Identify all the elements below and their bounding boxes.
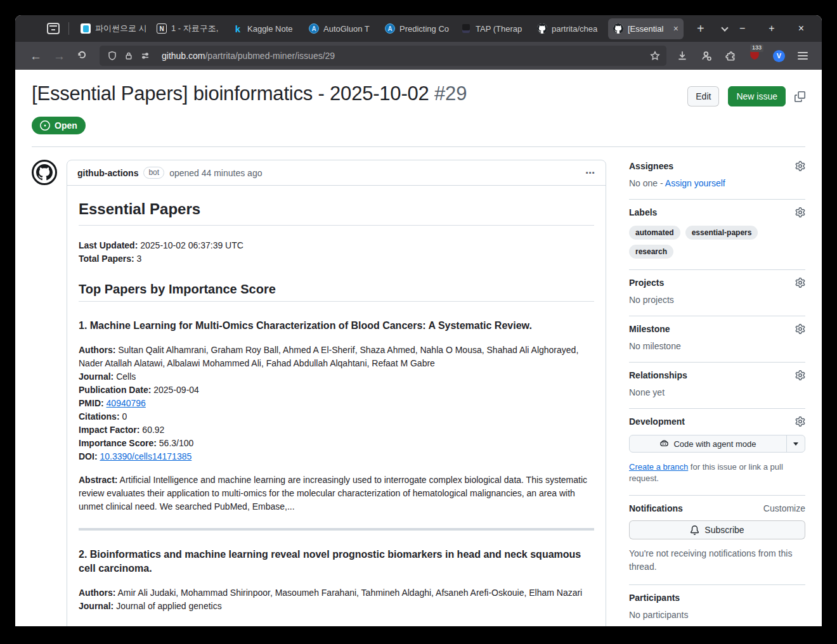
- paper-1-impact: Impact Factor: 60.92: [79, 423, 594, 437]
- adblock-shield-icon[interactable]: 133: [749, 49, 760, 63]
- new-tab-button[interactable]: +: [693, 22, 708, 36]
- tab-label: AutoGluon T: [323, 24, 374, 34]
- customize-link[interactable]: Customize: [763, 503, 805, 513]
- url-text[interactable]: github.com/partrita/pubmed-miner/issues/…: [162, 51, 335, 61]
- relationships-title: Relationships: [629, 370, 687, 380]
- window-minimize-button[interactable]: −: [739, 23, 745, 34]
- subscribe-button[interactable]: Subscribe: [629, 520, 805, 539]
- assign-yourself-link[interactable]: Assign yourself: [665, 178, 725, 188]
- assignees-section: Assignees No one - Assign yourself: [629, 160, 805, 200]
- back-button[interactable]: ←: [30, 50, 42, 62]
- avatar[interactable]: [32, 160, 57, 185]
- account-icon[interactable]: [701, 50, 712, 61]
- gear-icon[interactable]: [795, 207, 805, 217]
- kaggle-favicon-icon: k: [233, 23, 243, 34]
- doi-link[interactable]: 10.3390/cells14171385: [100, 451, 191, 461]
- caret-down-icon: [793, 442, 798, 446]
- shield-icon[interactable]: [107, 51, 117, 61]
- forward-button[interactable]: →: [53, 50, 65, 62]
- tab-label: Predicting Co: [399, 24, 450, 34]
- notifications-note: You're not receiving notifications from …: [629, 547, 805, 574]
- issue-comment: github-actions bot opened 44 minutes ago…: [67, 160, 606, 626]
- autogluon-favicon-icon: A: [385, 23, 395, 34]
- label-pill[interactable]: research: [629, 245, 673, 259]
- tab-issue-active[interactable]: [Essential ×: [608, 18, 684, 39]
- paper-2-title: 2. Bioinformatics and machine learning r…: [79, 548, 594, 576]
- url-bar[interactable]: github.com/partrita/pubmed-miner/issues/…: [100, 46, 666, 66]
- wikidocs-favicon-icon: [81, 23, 91, 34]
- bookmark-star-icon[interactable]: [650, 51, 660, 61]
- label-pill[interactable]: essential-papers: [685, 226, 758, 240]
- tab-tap[interactable]: TAP (Therap: [456, 18, 531, 39]
- markdown-divider: [79, 528, 594, 531]
- tab-label: Kaggle Note: [247, 24, 298, 34]
- section-title: Top Papers by Importance Score: [79, 283, 594, 302]
- window-maximize-button[interactable]: +: [769, 23, 774, 34]
- gear-icon[interactable]: [795, 278, 805, 288]
- paper-1-citations: Citations: 0: [79, 410, 594, 423]
- v-extension-icon[interactable]: V: [773, 50, 785, 62]
- browser-toolbar: ← → github.com/partrita/pubmed-miner/iss…: [15, 42, 822, 70]
- firefox-view-icon[interactable]: [47, 23, 60, 34]
- menu-hamburger-icon[interactable]: [798, 52, 808, 60]
- paper-1-importance: Importance Score: 56.3/100: [79, 437, 594, 450]
- tab-autogluon[interactable]: A AutoGluon T: [304, 18, 379, 39]
- kebab-menu-icon[interactable]: ⋯: [585, 167, 595, 179]
- tab-bar: 파이썬으로 시 N 1 - 자료구조, k Kaggle Note A Auto…: [15, 15, 822, 42]
- comment-body: Essential Papers Last Updated: 2025-10-0…: [67, 186, 606, 626]
- milestone-title: Milestone: [629, 324, 670, 334]
- tab-label: TAP (Therap: [476, 24, 526, 34]
- participants-empty: No participants: [629, 610, 805, 620]
- new-issue-button[interactable]: New issue: [728, 86, 786, 106]
- status-badge: Open: [32, 117, 86, 134]
- comment-header: github-actions bot opened 44 minutes ago…: [67, 160, 606, 186]
- total-papers-line: Total Papers: 3: [79, 252, 594, 266]
- issue-opened-icon: [40, 120, 50, 131]
- window-close-button[interactable]: ×: [798, 23, 804, 34]
- projects-title: Projects: [629, 278, 664, 288]
- issue-sidebar: Assignees No one - Assign yourself Label…: [629, 160, 805, 626]
- projects-empty: No projects: [629, 295, 805, 305]
- edit-button[interactable]: Edit: [687, 86, 719, 106]
- milestone-empty: No milestone: [629, 341, 805, 351]
- copy-icon[interactable]: [795, 91, 805, 102]
- create-branch-link[interactable]: Create a branch: [629, 462, 688, 472]
- gear-icon[interactable]: [795, 161, 805, 171]
- labels-section: Labels automated essential-papers resear…: [629, 200, 805, 270]
- code-with-agent-button[interactable]: Code with agent mode: [630, 435, 786, 452]
- browser-window: 파이썬으로 시 N 1 - 자료구조, k Kaggle Note A Auto…: [15, 15, 822, 626]
- tab-predicting[interactable]: A Predicting Co: [380, 18, 455, 39]
- body-title: Essential Papers: [79, 200, 594, 226]
- page-title: [Essential Papers] bioinformatics - 2025…: [32, 82, 467, 105]
- gear-icon[interactable]: [795, 370, 805, 380]
- download-icon[interactable]: [677, 50, 688, 61]
- label-pill[interactable]: automated: [629, 226, 680, 240]
- tab-wikidocs[interactable]: 파이썬으로 시: [75, 18, 151, 39]
- tab-github-repo[interactable]: partrita/chea: [532, 18, 607, 39]
- bell-icon: [690, 525, 699, 535]
- comment-author[interactable]: github-actions: [77, 168, 138, 178]
- notifications-section: Notifications Customize Subscribe You're…: [629, 496, 805, 585]
- gear-icon[interactable]: [795, 416, 805, 427]
- tab-kaggle[interactable]: k Kaggle Note: [228, 18, 303, 39]
- gear-icon[interactable]: [795, 324, 805, 334]
- projects-section: Projects No projects: [629, 270, 805, 316]
- permissions-icon[interactable]: [140, 51, 150, 61]
- issue-page: [Essential Papers] bioinformatics - 2025…: [15, 70, 822, 626]
- agent-dropdown-button[interactable]: [786, 435, 805, 452]
- lock-icon[interactable]: [124, 51, 134, 61]
- tab-notion[interactable]: N 1 - 자료구조,: [152, 18, 227, 39]
- issue-number: #29: [434, 82, 467, 105]
- relationships-section: Relationships None yet: [629, 363, 805, 409]
- pmid-link[interactable]: 40940796: [107, 398, 146, 408]
- participants-title: Participants: [629, 593, 680, 603]
- github-favicon-icon: [613, 23, 623, 34]
- tab-close-icon[interactable]: ×: [673, 23, 678, 34]
- assignees-title: Assignees: [629, 161, 673, 171]
- tab-list-chevron-icon[interactable]: [721, 24, 728, 31]
- extensions-puzzle-icon[interactable]: [725, 50, 736, 61]
- reload-button[interactable]: [77, 49, 88, 62]
- paper-1-authors: Authors: Sultan Qalit Alhamrani, Graham …: [79, 344, 594, 370]
- header-divider: [32, 146, 805, 147]
- tab-label: [Essential: [628, 24, 669, 34]
